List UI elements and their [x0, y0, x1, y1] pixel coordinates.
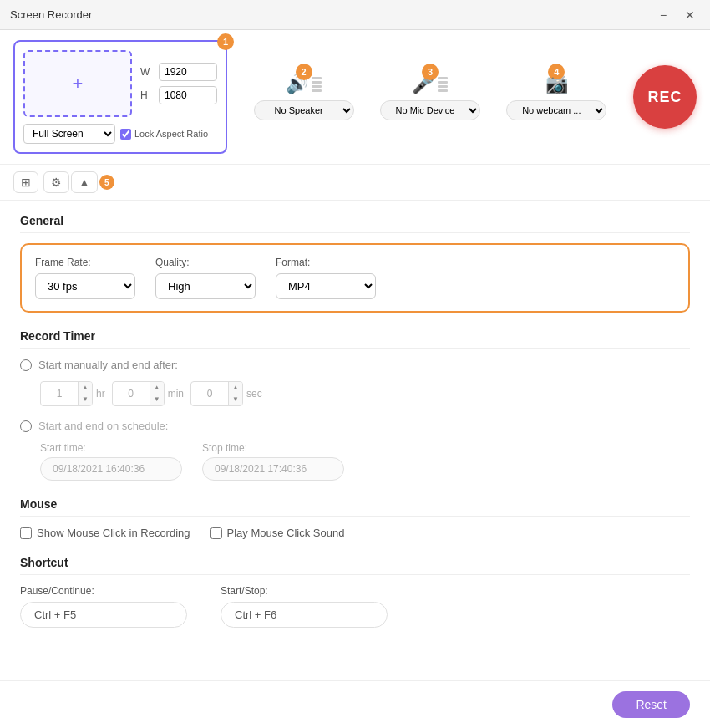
- height-input[interactable]: [159, 86, 217, 104]
- width-label: W: [140, 66, 152, 78]
- height-label: H: [140, 89, 152, 101]
- show-click-checkbox[interactable]: [20, 527, 32, 539]
- manual-radio-row: Start manually and end after:: [20, 359, 690, 371]
- sec-group: ▲ ▼ sec: [190, 381, 262, 406]
- layout-button[interactable]: ⊞: [13, 171, 38, 193]
- start-time-label: Start time:: [40, 442, 182, 454]
- webcam-item: 4 📷 No webcam ...: [506, 74, 606, 120]
- close-button[interactable]: ✕: [680, 5, 700, 25]
- start-time-input[interactable]: [40, 457, 182, 481]
- start-stop-shortcut-group: Start/Stop:: [221, 585, 388, 628]
- quality-select[interactable]: Low Medium High Ultra: [155, 273, 256, 299]
- badge-5: 5: [99, 175, 114, 190]
- screen-preview[interactable]: +: [23, 50, 132, 117]
- hr-label: hr: [96, 388, 105, 400]
- format-select[interactable]: MP4 AVI MOV MKV: [276, 273, 376, 299]
- frame-rate-select[interactable]: 10 fps 20 fps 30 fps 60 fps: [35, 273, 135, 299]
- min-group: ▲ ▼ min: [112, 381, 184, 406]
- mouse-checkbox-row: Show Mouse Click in Recording Play Mouse…: [20, 527, 690, 539]
- top-panel: + W H Full Screen: [0, 30, 710, 165]
- shortcut-section: Shortcut Pause/Continue: Start/Stop:: [20, 556, 690, 628]
- stop-time-label: Stop time:: [202, 442, 344, 454]
- show-click-group: Show Mouse Click in Recording: [20, 527, 190, 539]
- webcam-icon: 📷: [545, 74, 568, 95]
- stop-time-input[interactable]: [202, 457, 344, 481]
- speaker-select[interactable]: No Speaker: [254, 100, 354, 120]
- manual-label: Start manually and end after:: [38, 359, 178, 371]
- manual-radio[interactable]: [20, 359, 32, 371]
- min-down-btn[interactable]: ▼: [150, 394, 164, 405]
- reset-button[interactable]: Reset: [612, 691, 690, 718]
- play-click-sound-group: Play Mouse Click Sound: [210, 527, 345, 539]
- sec-spinbox: ▲ ▼: [190, 381, 243, 406]
- general-section: Frame Rate: 10 fps 20 fps 30 fps 60 fps …: [20, 243, 690, 313]
- schedule-radio-row: Start and end on schedule:: [20, 420, 690, 432]
- shortcut-row: Pause/Continue: Start/Stop:: [20, 585, 690, 628]
- mouse-section-title: Mouse: [20, 497, 690, 517]
- hr-spin-btns: ▲ ▼: [78, 382, 92, 405]
- mouse-section: Mouse Show Mouse Click in Recording Play…: [20, 497, 690, 539]
- badge-3: 3: [422, 64, 439, 80]
- mic-bars: [438, 77, 448, 92]
- general-section-title: General: [20, 214, 690, 233]
- play-click-sound-label: Play Mouse Click Sound: [227, 527, 345, 539]
- min-label: min: [168, 388, 184, 400]
- hr-spinbox: ▲ ▼: [40, 381, 93, 406]
- schedule-label: Start and end on schedule:: [38, 420, 168, 432]
- record-timer-section: Record Timer Start manually and end afte…: [20, 329, 690, 481]
- start-time-group: Start time:: [40, 442, 182, 481]
- badge-2: 2: [296, 64, 312, 80]
- fullscreen-row: Full Screen Lock Aspect Ratio: [23, 124, 217, 144]
- hr-up-btn[interactable]: ▲: [79, 382, 92, 394]
- sec-down-btn[interactable]: ▼: [229, 394, 242, 405]
- hr-group: ▲ ▼ hr: [40, 381, 105, 406]
- format-label: Format:: [276, 257, 376, 268]
- speaker-bars: [312, 77, 322, 92]
- play-click-sound-checkbox[interactable]: [210, 527, 222, 539]
- hr-down-btn[interactable]: ▼: [79, 394, 92, 405]
- min-spinbox: ▲ ▼: [112, 381, 165, 406]
- sec-up-btn[interactable]: ▲: [229, 382, 242, 394]
- badge-1: 1: [217, 33, 234, 50]
- webcam-icon-row: 📷: [545, 74, 568, 95]
- schedule-inputs: Start time: Stop time:: [40, 442, 690, 481]
- settings-arrow-button[interactable]: ▲: [71, 171, 98, 193]
- hr-input[interactable]: [41, 384, 78, 403]
- start-stop-label: Start/Stop:: [221, 585, 388, 597]
- frame-rate-group: Frame Rate: 10 fps 20 fps 30 fps 60 fps: [35, 257, 135, 299]
- quality-group: Quality: Low Medium High Ultra: [155, 257, 256, 299]
- time-inputs-row: ▲ ▼ hr ▲ ▼ min: [40, 381, 690, 406]
- rec-button[interactable]: REC: [633, 65, 697, 129]
- minimize-button[interactable]: −: [653, 5, 673, 25]
- min-input[interactable]: [113, 384, 150, 403]
- app-title: Screen Recorder: [10, 8, 92, 21]
- quality-label: Quality:: [155, 257, 256, 268]
- fullscreen-select[interactable]: Full Screen: [23, 124, 115, 144]
- format-group: Format: MP4 AVI MOV MKV: [276, 257, 376, 299]
- shortcut-section-title: Shortcut: [20, 556, 690, 575]
- sec-label: sec: [246, 388, 262, 400]
- layout-icon: ⊞: [21, 176, 31, 189]
- speaker-item: 2 🔊 No Speaker: [254, 74, 354, 120]
- lock-aspect-checkbox[interactable]: [120, 129, 131, 140]
- width-input[interactable]: [159, 63, 217, 81]
- width-row: W: [140, 63, 217, 81]
- main-container: + W H Full Screen: [0, 30, 710, 728]
- title-bar: Screen Recorder − ✕: [0, 0, 710, 30]
- pause-shortcut-group: Pause/Continue:: [20, 585, 187, 628]
- sec-input[interactable]: [191, 384, 228, 403]
- min-up-btn[interactable]: ▲: [150, 382, 164, 394]
- settings-button[interactable]: ⚙: [43, 171, 69, 193]
- start-stop-input[interactable]: [221, 602, 388, 628]
- mic-select[interactable]: No Mic Device: [380, 100, 480, 120]
- schedule-radio[interactable]: [20, 420, 32, 432]
- arrow-icon: ▲: [79, 176, 90, 189]
- webcam-select[interactable]: No webcam ...: [506, 100, 606, 120]
- pause-input[interactable]: [20, 602, 187, 628]
- pause-label: Pause/Continue:: [20, 585, 187, 597]
- lock-aspect-label: Lock Aspect Ratio: [134, 129, 208, 139]
- height-row: H: [140, 86, 217, 104]
- settings-icon: ⚙: [51, 176, 62, 189]
- window-controls: − ✕: [653, 5, 700, 25]
- toolbar-row: ⊞ ⚙ ▲ 5: [0, 165, 710, 201]
